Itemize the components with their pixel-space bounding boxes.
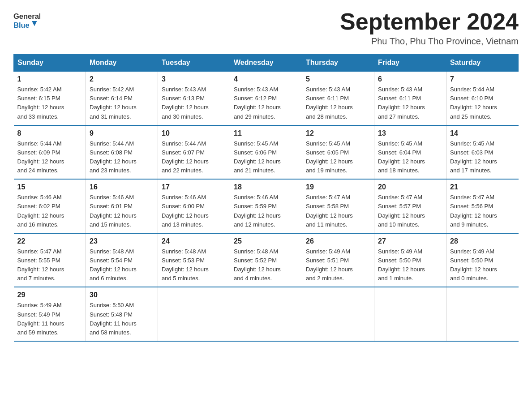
table-row: 5Sunrise: 5:43 AM Sunset: 6:11 PM Daylig… <box>302 72 374 125</box>
table-row: 4Sunrise: 5:43 AM Sunset: 6:12 PM Daylig… <box>230 72 302 125</box>
day-number: 19 <box>306 183 370 191</box>
day-info: Sunrise: 5:49 AM Sunset: 5:49 PM Dayligh… <box>17 301 82 337</box>
svg-text:Blue: Blue <box>13 21 30 29</box>
table-row: 21Sunrise: 5:47 AM Sunset: 5:56 PM Dayli… <box>446 179 519 233</box>
table-row: 30Sunrise: 5:50 AM Sunset: 5:48 PM Dayli… <box>86 287 158 341</box>
day-info: Sunrise: 5:48 AM Sunset: 5:52 PM Dayligh… <box>234 247 298 283</box>
day-info: Sunrise: 5:43 AM Sunset: 6:13 PM Dayligh… <box>162 85 226 121</box>
table-row: 18Sunrise: 5:46 AM Sunset: 5:59 PM Dayli… <box>230 179 302 233</box>
table-row: 28Sunrise: 5:49 AM Sunset: 5:50 PM Dayli… <box>446 233 519 287</box>
day-number: 25 <box>234 237 298 245</box>
logo: General Blue <box>13 9 40 31</box>
day-info: Sunrise: 5:46 AM Sunset: 6:02 PM Dayligh… <box>17 193 82 229</box>
day-number: 28 <box>450 237 515 245</box>
table-row: 19Sunrise: 5:47 AM Sunset: 5:58 PM Dayli… <box>302 179 374 233</box>
day-number: 29 <box>17 291 82 299</box>
table-row: 29Sunrise: 5:49 AM Sunset: 5:49 PM Dayli… <box>14 287 86 341</box>
table-row <box>446 287 519 341</box>
svg-marker-1 <box>32 21 37 26</box>
day-info: Sunrise: 5:45 AM Sunset: 6:05 PM Dayligh… <box>306 139 370 176</box>
day-info: Sunrise: 5:47 AM Sunset: 5:55 PM Dayligh… <box>17 247 82 283</box>
day-info: Sunrise: 5:47 AM Sunset: 5:56 PM Dayligh… <box>450 193 515 229</box>
table-row: 8Sunrise: 5:44 AM Sunset: 6:09 PM Daylig… <box>14 125 86 180</box>
col-tuesday: Tuesday <box>158 54 230 72</box>
title-block: September 2024 Phu Tho, Phu Tho Province… <box>340 9 519 47</box>
day-info: Sunrise: 5:50 AM Sunset: 5:48 PM Dayligh… <box>90 301 154 337</box>
table-row: 3Sunrise: 5:43 AM Sunset: 6:13 PM Daylig… <box>158 72 230 125</box>
day-info: Sunrise: 5:44 AM Sunset: 6:08 PM Dayligh… <box>90 139 154 176</box>
day-number: 11 <box>234 129 298 137</box>
table-row: 6Sunrise: 5:43 AM Sunset: 6:11 PM Daylig… <box>374 72 446 125</box>
day-info: Sunrise: 5:49 AM Sunset: 5:50 PM Dayligh… <box>378 247 442 283</box>
day-info: Sunrise: 5:46 AM Sunset: 6:01 PM Dayligh… <box>90 193 154 229</box>
day-number: 1 <box>17 75 82 83</box>
table-row: 22Sunrise: 5:47 AM Sunset: 5:55 PM Dayli… <box>14 233 86 287</box>
day-info: Sunrise: 5:45 AM Sunset: 6:04 PM Dayligh… <box>378 139 442 176</box>
day-number: 16 <box>90 183 154 191</box>
table-row <box>158 287 230 341</box>
day-number: 10 <box>162 129 226 137</box>
logo-svg: General Blue <box>13 9 40 31</box>
day-info: Sunrise: 5:43 AM Sunset: 6:11 PM Dayligh… <box>378 85 442 121</box>
day-info: Sunrise: 5:43 AM Sunset: 6:11 PM Dayligh… <box>306 85 370 121</box>
col-monday: Monday <box>86 54 158 72</box>
day-info: Sunrise: 5:44 AM Sunset: 6:09 PM Dayligh… <box>17 139 82 176</box>
table-row: 9Sunrise: 5:44 AM Sunset: 6:08 PM Daylig… <box>86 125 158 180</box>
day-info: Sunrise: 5:45 AM Sunset: 6:03 PM Dayligh… <box>450 139 515 176</box>
day-number: 26 <box>306 237 370 245</box>
col-thursday: Thursday <box>302 54 374 72</box>
table-row: 13Sunrise: 5:45 AM Sunset: 6:04 PM Dayli… <box>374 125 446 180</box>
day-info: Sunrise: 5:45 AM Sunset: 6:06 PM Dayligh… <box>234 139 298 176</box>
day-info: Sunrise: 5:47 AM Sunset: 5:58 PM Dayligh… <box>306 193 370 229</box>
day-info: Sunrise: 5:44 AM Sunset: 6:10 PM Dayligh… <box>450 85 515 121</box>
day-number: 22 <box>17 237 82 245</box>
day-info: Sunrise: 5:49 AM Sunset: 5:50 PM Dayligh… <box>450 247 515 283</box>
table-row: 10Sunrise: 5:44 AM Sunset: 6:07 PM Dayli… <box>158 125 230 180</box>
table-row: 24Sunrise: 5:48 AM Sunset: 5:53 PM Dayli… <box>158 233 230 287</box>
day-info: Sunrise: 5:42 AM Sunset: 6:14 PM Dayligh… <box>90 85 154 121</box>
day-number: 27 <box>378 237 442 245</box>
day-number: 18 <box>234 183 298 191</box>
calendar-week-row: 22Sunrise: 5:47 AM Sunset: 5:55 PM Dayli… <box>14 233 519 287</box>
table-row: 14Sunrise: 5:45 AM Sunset: 6:03 PM Dayli… <box>446 125 519 180</box>
calendar-table: Sunday Monday Tuesday Wednesday Thursday… <box>13 54 519 342</box>
col-sunday: Sunday <box>14 54 86 72</box>
day-info: Sunrise: 5:42 AM Sunset: 6:15 PM Dayligh… <box>17 85 82 121</box>
day-number: 2 <box>90 75 154 83</box>
day-info: Sunrise: 5:48 AM Sunset: 5:54 PM Dayligh… <box>90 247 154 283</box>
day-info: Sunrise: 5:48 AM Sunset: 5:53 PM Dayligh… <box>162 247 226 283</box>
table-row: 12Sunrise: 5:45 AM Sunset: 6:05 PM Dayli… <box>302 125 374 180</box>
day-number: 7 <box>450 75 515 83</box>
table-row <box>374 287 446 341</box>
day-info: Sunrise: 5:46 AM Sunset: 6:00 PM Dayligh… <box>162 193 226 229</box>
day-info: Sunrise: 5:46 AM Sunset: 5:59 PM Dayligh… <box>234 193 298 229</box>
table-row: 23Sunrise: 5:48 AM Sunset: 5:54 PM Dayli… <box>86 233 158 287</box>
table-row: 2Sunrise: 5:42 AM Sunset: 6:14 PM Daylig… <box>86 72 158 125</box>
calendar-header-row: Sunday Monday Tuesday Wednesday Thursday… <box>14 54 519 72</box>
table-row: 1Sunrise: 5:42 AM Sunset: 6:15 PM Daylig… <box>14 72 86 125</box>
table-row: 26Sunrise: 5:49 AM Sunset: 5:51 PM Dayli… <box>302 233 374 287</box>
day-number: 3 <box>162 75 226 83</box>
col-wednesday: Wednesday <box>230 54 302 72</box>
day-number: 15 <box>17 183 82 191</box>
page-header: General Blue September 2024 Phu Tho, Phu… <box>13 9 519 47</box>
table-row: 7Sunrise: 5:44 AM Sunset: 6:10 PM Daylig… <box>446 72 519 125</box>
table-row: 15Sunrise: 5:46 AM Sunset: 6:02 PM Dayli… <box>14 179 86 233</box>
table-row <box>302 287 374 341</box>
calendar-week-row: 15Sunrise: 5:46 AM Sunset: 6:02 PM Dayli… <box>14 179 519 233</box>
svg-text:General: General <box>13 12 40 20</box>
day-number: 21 <box>450 183 515 191</box>
calendar-week-row: 1Sunrise: 5:42 AM Sunset: 6:15 PM Daylig… <box>14 72 519 125</box>
day-number: 17 <box>162 183 226 191</box>
day-number: 23 <box>90 237 154 245</box>
col-friday: Friday <box>374 54 446 72</box>
table-row: 11Sunrise: 5:45 AM Sunset: 6:06 PM Dayli… <box>230 125 302 180</box>
col-saturday: Saturday <box>446 54 519 72</box>
calendar-week-row: 8Sunrise: 5:44 AM Sunset: 6:09 PM Daylig… <box>14 125 519 180</box>
table-row: 16Sunrise: 5:46 AM Sunset: 6:01 PM Dayli… <box>86 179 158 233</box>
day-number: 6 <box>378 75 442 83</box>
table-row: 17Sunrise: 5:46 AM Sunset: 6:00 PM Dayli… <box>158 179 230 233</box>
calendar-week-row: 29Sunrise: 5:49 AM Sunset: 5:49 PM Dayli… <box>14 287 519 341</box>
month-title: September 2024 <box>340 9 519 34</box>
day-number: 12 <box>306 129 370 137</box>
